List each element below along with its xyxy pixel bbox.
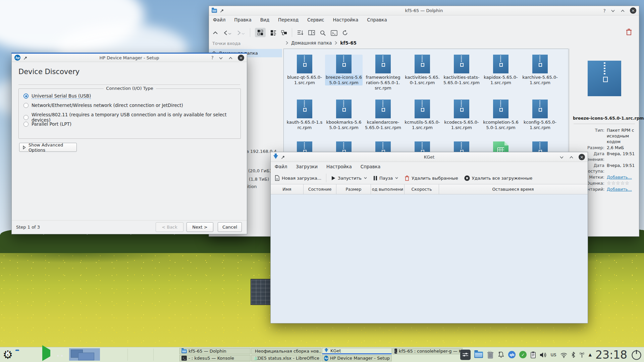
pin-icon[interactable]	[281, 154, 285, 160]
media-player-launcher[interactable]	[42, 350, 50, 356]
show-advanced-options-button[interactable]: Show Advanced Options	[19, 143, 77, 152]
digital-clock[interactable]: 23:18	[595, 348, 627, 361]
virtual-desktop-pager[interactable]	[69, 348, 100, 361]
breadcrumb[interactable]: Домашняя папка kf5-65	[285, 40, 357, 46]
delete-selected-button[interactable]: Удалить выбранные	[403, 175, 459, 181]
radio-label[interactable]: Parallel Port (LPT)	[32, 121, 71, 127]
back-button[interactable]	[223, 29, 232, 36]
bluetooth-tray-icon[interactable]	[571, 351, 575, 358]
file-item[interactable]: kcodecs-5.65.0-1.src.rpm	[443, 100, 480, 130]
task-button-kget-active[interactable]: KGet	[322, 348, 392, 354]
file-item[interactable]: kconfig-5.65.0-1.src.rpm	[521, 100, 559, 130]
pause-button[interactable]: Пауза	[372, 176, 400, 181]
minimize-button[interactable]	[559, 154, 564, 160]
kget-titlebar[interactable]: KGet ×	[271, 152, 588, 162]
start-button[interactable]: Запустить	[330, 176, 369, 181]
file-item[interactable]: kapidox-5.65.0-1.src.rpm	[482, 55, 520, 85]
rating-stars[interactable]: ☆☆☆☆☆	[607, 180, 630, 186]
up-button[interactable]	[212, 29, 218, 36]
file-item[interactable]: kbookmarks-5.65.0-1.src.rpm	[325, 100, 363, 130]
radio-icon[interactable]	[23, 122, 29, 127]
help-button[interactable]: ?	[603, 8, 606, 13]
folder-tray-icon[interactable]	[474, 352, 483, 358]
terminal-button[interactable]	[331, 29, 337, 36]
menu-file[interactable]: Файл	[213, 17, 225, 22]
column-header-status[interactable]: Состояние	[304, 184, 336, 194]
new-download-button[interactable]: Новая загрузка...	[273, 175, 323, 181]
radio-selected-icon[interactable]	[23, 94, 29, 99]
menu-settings[interactable]: Настройка	[326, 164, 352, 169]
notifications-bell-icon[interactable]	[498, 351, 504, 358]
clipboard-tray-icon[interactable]	[530, 351, 536, 358]
menu-downloads[interactable]: Загрузки	[296, 164, 318, 169]
cancel-button[interactable]: Cancel	[218, 222, 242, 232]
radio-icon[interactable]	[23, 115, 29, 120]
file-item[interactable]: bluez-qt-5.65.0-1.src.rpm	[286, 55, 323, 85]
file-item[interactable]: kcalendarcore-5.65.0-1.src.rpm	[364, 100, 402, 130]
menu-go[interactable]: Переход	[278, 17, 299, 22]
radio-network[interactable]: Network/Ethernet/Wireless network (direc…	[23, 103, 183, 108]
file-item-selected[interactable]: breeze-icons-5.65.0-1.src.rpm	[325, 55, 363, 85]
task-button-firefox[interactable]: Неофициальная сборка нов...	[251, 348, 321, 354]
menu-tools[interactable]: Сервис	[307, 17, 324, 22]
forward-button[interactable]	[236, 29, 245, 36]
radio-usb[interactable]: Universal Serial Bus (USB)	[23, 93, 91, 99]
sidebar-item-size-partial[interactable]: (20,0 ГиБ)	[248, 168, 271, 173]
column-header-size[interactable]: Размер	[336, 184, 371, 194]
icons-view-button[interactable]	[255, 28, 266, 37]
back-button[interactable]: < Back	[156, 222, 183, 232]
sidebar-item-partition-partial[interactable]: ition	[247, 184, 257, 189]
menu-file[interactable]: Файл	[275, 164, 287, 169]
settings-sliders-icon[interactable]	[460, 350, 471, 360]
column-header-progress[interactable]: од выполнени	[371, 184, 405, 194]
tree-view-button[interactable]	[281, 29, 287, 36]
menu-edit[interactable]: Правка	[234, 17, 251, 22]
add-tags-link[interactable]: Добавить...	[607, 174, 632, 180]
task-button-dolphin[interactable]: kf5-65 — Dolphin	[179, 348, 251, 354]
menu-view[interactable]: Вид	[260, 17, 269, 22]
breadcrumb-home[interactable]: Домашняя папка	[291, 40, 332, 46]
dolphin-titlebar[interactable]: kf5-65 — Dolphin ? ×	[209, 6, 639, 15]
column-header-name[interactable]: Имя	[271, 184, 304, 194]
radio-parallel[interactable]: Parallel Port (LPT)	[23, 121, 71, 127]
maximize-button[interactable]	[620, 7, 625, 14]
file-item[interactable]: kactivities-stats-5.65.0-1.src.rpm	[443, 55, 480, 85]
column-header-speed[interactable]: Скорость	[405, 184, 439, 194]
menu-settings[interactable]: Настройка	[333, 17, 358, 22]
breadcrumb-current[interactable]: kf5-65	[340, 40, 357, 46]
radio-label[interactable]: Network/Ethernet/Wireless network (direc…	[32, 103, 183, 108]
pin-icon[interactable]	[23, 55, 28, 61]
file-item[interactable]: karchive-5.65.0-1.src.rpm	[521, 55, 559, 85]
file-item[interactable]: kactivities-5.65.0-1.src.rpm	[404, 55, 441, 85]
updates-ok-tray-icon[interactable]: ✓	[519, 351, 527, 358]
task-button-hp-device-manager[interactable]: hp HP Device Manager - Setup	[322, 355, 392, 361]
maximize-button[interactable]	[569, 154, 574, 160]
menu-help[interactable]: Справка	[367, 17, 387, 22]
network-antenna-tray-icon[interactable]	[579, 351, 585, 358]
wifi-tray-icon[interactable]	[560, 351, 568, 358]
application-launcher-button[interactable]: ⚙K	[3, 349, 13, 360]
close-button[interactable]: ×	[238, 55, 244, 61]
radio-label[interactable]: Universal Serial Bus (USB)	[32, 93, 91, 99]
radio-icon[interactable]	[23, 103, 29, 108]
expand-tray-button[interactable]: ▲	[589, 352, 592, 357]
search-button[interactable]	[320, 29, 326, 36]
sort-button[interactable]	[297, 29, 304, 36]
add-comment-link[interactable]: Добавить...	[607, 186, 632, 192]
show-desktop-button[interactable]	[631, 349, 642, 360]
hp-titlebar[interactable]: hp HP Device Manager - Setup ? ×	[12, 54, 247, 62]
pin-icon[interactable]	[220, 7, 224, 14]
qbittorrent-tray-icon[interactable]: qb	[508, 351, 516, 358]
keyboard-layout-indicator[interactable]: us	[550, 352, 556, 358]
help-button[interactable]: ?	[211, 55, 214, 60]
task-button-libreoffice-calc[interactable]: KDE5 status.xlsx - LibreOffice ...	[251, 355, 321, 361]
minimize-button[interactable]	[218, 55, 223, 61]
close-button[interactable]: ×	[579, 154, 585, 160]
sidebar-item-size-partial[interactable]: (1,8 ТиБ)	[249, 177, 269, 182]
task-button-konsole-kdesu[interactable]: ›_ - : kdesu5 — Konsole	[179, 355, 251, 361]
downloads-list-empty[interactable]	[271, 194, 588, 323]
file-item[interactable]: kcmutils-5.65.0-1.src.rpm	[404, 100, 441, 130]
file-item[interactable]: frameworkintegration-5.65.0-1.src.rpm	[364, 55, 402, 91]
file-item[interactable]: kcompletion-5.65.0-1.src.rpm	[482, 100, 520, 130]
close-button[interactable]: ×	[630, 7, 636, 14]
